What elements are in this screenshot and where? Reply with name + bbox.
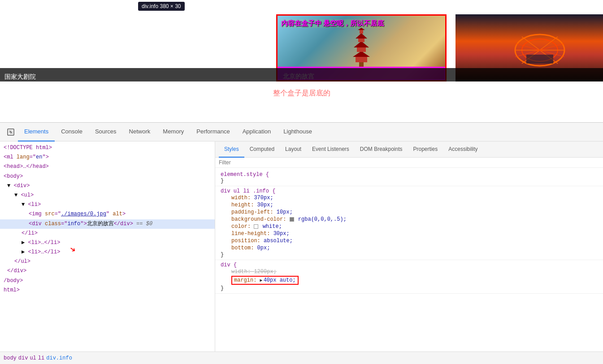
- tab-layout[interactable]: Layout: [280, 141, 307, 158]
- filter-input[interactable]: [219, 159, 599, 166]
- css-rule-info: div ul li .info { width: 370px; height: …: [215, 186, 603, 260]
- margin-highlight-box: margin: ▶40px auto;: [231, 276, 299, 285]
- css-content: element.style { } div ul li .info { widt…: [215, 168, 603, 295]
- html-line-ul-close: </ul>: [0, 257, 215, 266]
- svg-marker-6: [356, 33, 367, 39]
- css-rule-div: div { width: 1200px; margin: ▶40px auto;…: [215, 260, 603, 294]
- tab-performance[interactable]: Performance: [190, 123, 236, 141]
- html-line-div: ▼ <div>: [0, 181, 215, 191]
- breadcrumb-bar: body div ul li div.info: [0, 351, 603, 364]
- css-rule-div-selector: div {: [221, 262, 598, 268]
- html-line-img[interactable]: <img src="./images/0.jpg" alt>: [0, 210, 215, 219]
- html-line-li: ▼ <li>: [0, 200, 215, 210]
- html-line-li2[interactable]: ▶ <li>…</li>: [0, 238, 215, 248]
- html-line-div-info[interactable]: <div class="info">北京的故宫</div> == $0: [0, 219, 215, 229]
- html-line-li-close: </li>: [0, 229, 215, 238]
- html-line-div-close: </div>: [0, 266, 215, 276]
- css-rule-close: }: [221, 178, 598, 184]
- css-prop-height: height: 30px;: [221, 201, 598, 209]
- styles-panel: Styles Computed Layout Event Listeners D…: [215, 141, 603, 364]
- css-rule-selector: element.style {: [221, 171, 598, 178]
- css-prop-margin: margin: ▶40px auto;: [221, 275, 598, 285]
- html-line-body: <body>: [0, 172, 215, 181]
- tab-sources[interactable]: Sources: [89, 123, 123, 141]
- html-line-head: <head>…</head>: [0, 162, 215, 171]
- stadium-icon: [513, 28, 567, 68]
- css-prop-width-struck: width: 1200px;: [221, 268, 598, 275]
- tab-properties[interactable]: Properties: [408, 141, 443, 158]
- css-prop-color: color: white;: [221, 223, 598, 230]
- svg-rect-1: [356, 57, 367, 62]
- svg-rect-3: [357, 47, 366, 52]
- doctype-tag: <!DOCTYPE html>: [4, 145, 52, 151]
- tab-lighthouse[interactable]: Lighthouse: [277, 123, 318, 141]
- tab-application[interactable]: Application: [236, 123, 278, 141]
- css-prop-bottom: bottom: 0px;: [221, 244, 598, 252]
- filter-bar[interactable]: [215, 158, 603, 168]
- tab-console[interactable]: Console: [55, 123, 89, 141]
- tab-styles[interactable]: Styles: [219, 141, 244, 158]
- css-prop-bg-color: background-color: rgba(0,0,0,.5);: [221, 216, 598, 223]
- color-swatch-dark: [290, 217, 294, 222]
- breadcrumb-div-info[interactable]: div.info: [46, 355, 72, 361]
- devtools-panel: Elements Console Sources Network Memory …: [0, 122, 603, 364]
- svg-marker-4: [354, 41, 369, 47]
- tab-accessibility[interactable]: Accessibility: [443, 141, 483, 158]
- top-content: div.info 380 × 30: [0, 0, 603, 121]
- css-prop-padding-left: padding-left: 10px;: [221, 209, 598, 216]
- css-rule-info-close: }: [221, 252, 598, 258]
- svg-rect-7: [360, 30, 363, 34]
- center-label: 整个盒子是居底的: [273, 89, 330, 98]
- inspect-icon[interactable]: [4, 125, 18, 139]
- svg-rect-16: [526, 55, 553, 64]
- html-line-html-close: html>: [0, 286, 215, 295]
- svg-rect-5: [358, 39, 364, 42]
- tab-memory[interactable]: Memory: [156, 123, 190, 141]
- devtools-toolbar: Elements Console Sources Network Memory …: [0, 123, 603, 141]
- breadcrumb-ul[interactable]: ul: [30, 355, 36, 361]
- html-line-html: <ml lang="en">: [0, 153, 215, 162]
- devtools-body: <!DOCTYPE html> <ml lang="en"> <head>…</…: [0, 141, 603, 364]
- html-line-li3[interactable]: ▶ <li>…</li>: [0, 248, 215, 257]
- css-prop-position: position: absolute;: [221, 237, 598, 244]
- html-line-body-close: /body>: [0, 276, 215, 286]
- pagoda-icon: [346, 28, 377, 68]
- breadcrumb-div[interactable]: div: [18, 355, 28, 361]
- tooltip-bubble: div.info 380 × 30: [138, 2, 185, 11]
- html-line-doctype: <!DOCTYPE html>: [0, 143, 215, 153]
- tab-elements[interactable]: Elements: [18, 123, 55, 141]
- breadcrumb-body[interactable]: body: [4, 355, 17, 361]
- styles-tabs: Styles Computed Layout Event Listeners D…: [215, 141, 603, 158]
- tab-event-listeners[interactable]: Event Listeners: [307, 141, 355, 158]
- tab-computed[interactable]: Computed: [244, 141, 280, 158]
- elements-panel[interactable]: <!DOCTYPE html> <ml lang="en"> <head>…</…: [0, 141, 215, 364]
- html-line-ul: ▼ <ul>: [0, 191, 215, 200]
- css-prop-line-height: line-height: 30px;: [221, 230, 598, 237]
- css-rule-info-selector: div ul li .info {: [221, 188, 598, 194]
- tab-dom-breakpoints[interactable]: DOM Breakpoints: [355, 141, 408, 158]
- css-prop-width: width: 370px;: [221, 194, 598, 201]
- tab-network[interactable]: Network: [123, 123, 157, 141]
- annotation-text: 内容在盒子中 悬空呢，所以不居底: [281, 19, 384, 28]
- svg-marker-8: [358, 28, 365, 30]
- css-rule-element-style: element.style { }: [215, 170, 603, 186]
- third-image-label: 国家大剧院: [0, 68, 603, 81]
- breadcrumb-li[interactable]: li: [38, 355, 44, 361]
- color-swatch-white: [254, 224, 258, 229]
- css-rule-div-close: }: [221, 285, 598, 291]
